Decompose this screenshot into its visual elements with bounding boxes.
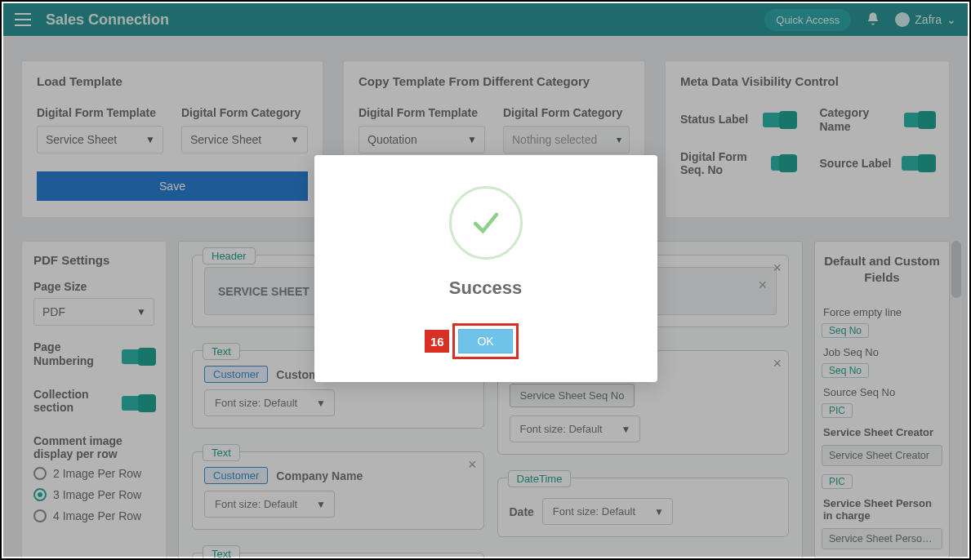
modal-title: Success: [331, 278, 641, 299]
ok-highlight-frame: OK: [452, 323, 518, 359]
callout-number: 16: [425, 330, 449, 353]
ok-button[interactable]: OK: [458, 329, 512, 353]
success-modal: Success 16 OK: [314, 155, 657, 382]
success-check-icon: [449, 186, 523, 260]
